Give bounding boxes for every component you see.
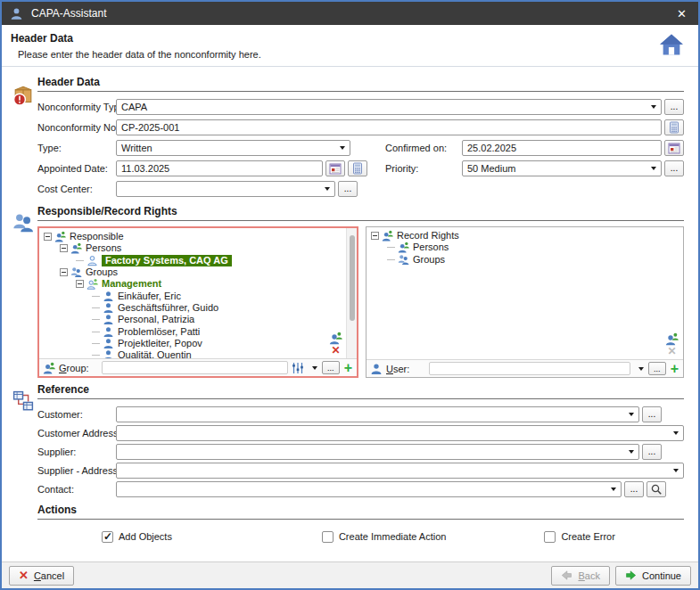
nonconformity-type-select[interactable]: CAPA xyxy=(116,99,662,115)
home-icon[interactable] xyxy=(659,33,684,56)
confirmed-on-calendar-button[interactable] xyxy=(664,140,684,156)
supplier-label: Supplier: xyxy=(37,447,116,457)
tree-node-member[interactable]: Geschäftsführer, Guido xyxy=(42,302,346,314)
add-group-icon[interactable]: + xyxy=(343,362,353,374)
add-person-icon[interactable] xyxy=(329,332,342,345)
user-select[interactable] xyxy=(429,362,630,375)
appointed-date-calendar-button[interactable] xyxy=(325,160,345,176)
group-select[interactable] xyxy=(102,361,288,374)
confirmed-on-label: Confirmed on: xyxy=(385,143,462,153)
collapse-icon[interactable] xyxy=(44,233,52,241)
dropdown-arrow-icon xyxy=(629,413,634,416)
person-outline-icon xyxy=(86,255,98,266)
contact-search-button[interactable] xyxy=(646,481,666,497)
dropdown-arrow-icon xyxy=(638,367,644,371)
section-title-reference: Reference xyxy=(37,378,684,399)
person-green-icon xyxy=(43,362,55,374)
window-title: CAPA-Assistant xyxy=(31,7,106,20)
collapse-icon[interactable] xyxy=(60,244,68,252)
group-more-button[interactable]: ... xyxy=(322,361,340,374)
supplier-more-button[interactable]: ... xyxy=(642,444,662,460)
tree-node-record-rights[interactable]: Record Rights xyxy=(369,230,683,242)
tree-node-factory-systems[interactable]: Factory Systems, CAQ AG xyxy=(42,255,346,266)
actions-checkbox-row: Add Objects Create Immediate Action Crea… xyxy=(37,525,684,548)
cost-center-select[interactable] xyxy=(116,181,335,197)
nonconformity-type-row: Nonconformity Type: CAPA ... xyxy=(37,97,684,116)
close-icon[interactable]: ✕ xyxy=(673,7,690,20)
tree-node-persons[interactable]: Persons xyxy=(42,242,346,254)
nonconformity-type-more-button[interactable]: ... xyxy=(664,99,684,115)
nonconformity-type-label: Nonconformity Type: xyxy=(37,102,116,112)
nonconformity-no-input[interactable]: CP-2025-001 xyxy=(116,119,662,135)
tree-node-groups[interactable]: Groups xyxy=(42,266,346,278)
add-user-icon[interactable]: + xyxy=(670,363,679,375)
group-label: Group: xyxy=(59,363,98,373)
tree-node-member[interactable]: Einkäufer, Eric xyxy=(42,290,346,301)
section-title-actions: Actions xyxy=(37,498,684,520)
checkbox-label: Add Objects xyxy=(119,531,172,542)
tree-node-groups[interactable]: Groups xyxy=(369,254,683,266)
supplier-address-row: Supplier - Address: xyxy=(37,461,684,479)
person-icon xyxy=(103,349,114,358)
nonconformity-no-row: Nonconformity No.: CP-2025-001 xyxy=(37,118,684,136)
contact-label: Contact: xyxy=(37,484,116,495)
responsible-users-icon xyxy=(12,212,34,234)
tree-node-member[interactable]: Problemlöser, Patti xyxy=(42,325,346,337)
tree-scrollbar[interactable] xyxy=(346,228,357,358)
priority-more-button[interactable]: ... xyxy=(664,160,684,176)
group-dropdown-button[interactable] xyxy=(308,366,318,370)
dialog-button-bar: ✕ Cancel Back Continue xyxy=(2,561,698,588)
customer-more-button[interactable]: ... xyxy=(642,406,662,422)
add-person-icon[interactable] xyxy=(665,332,679,346)
contact-select[interactable] xyxy=(116,481,622,497)
checkbox-create-error[interactable]: Create Error xyxy=(544,531,615,543)
cost-center-more-button[interactable]: ... xyxy=(338,181,358,197)
customer-row: Customer: ... xyxy=(37,405,684,423)
supplier-row: Supplier: ... xyxy=(37,442,684,461)
collapse-icon[interactable] xyxy=(371,232,379,240)
cost-center-label: Cost Center: xyxy=(37,184,116,194)
nonconformity-no-calculator-button[interactable] xyxy=(664,119,684,135)
appointed-date-input[interactable]: 11.03.2025 xyxy=(116,160,323,176)
dropdown-arrow-icon xyxy=(673,469,679,472)
customer-address-select[interactable] xyxy=(116,425,684,441)
responsible-section: Responsible/Record Rights Responsible xyxy=(9,200,684,378)
appointed-date-calculator-button[interactable] xyxy=(348,160,367,176)
supplier-select[interactable] xyxy=(116,444,639,460)
customer-select[interactable] xyxy=(116,406,639,422)
person-green-icon xyxy=(70,242,82,254)
supplier-address-label: Supplier - Address: xyxy=(37,465,116,476)
collapse-icon[interactable] xyxy=(76,280,84,288)
checkbox-box[interactable] xyxy=(322,531,334,543)
tree-node-member[interactable]: Projektleiter, Popov xyxy=(42,338,346,349)
tree-node-member[interactable]: Personal, Patrizia xyxy=(42,314,346,325)
type-select[interactable]: Written xyxy=(116,140,350,156)
scrollbar-thumb[interactable] xyxy=(350,235,355,321)
reference-section: Reference Customer: ... Customer Address… xyxy=(9,378,684,498)
checkbox-label: Create Immediate Action xyxy=(339,531,446,542)
user-more-button[interactable]: ... xyxy=(648,362,666,375)
contact-more-button[interactable]: ... xyxy=(624,481,644,497)
remove-icon[interactable]: ✕ xyxy=(331,345,340,356)
cancel-button[interactable]: ✕ Cancel xyxy=(9,566,74,586)
checkbox-add-objects[interactable]: Add Objects xyxy=(102,531,172,543)
tree-node-management[interactable]: Management xyxy=(42,278,346,290)
tree-node-member[interactable]: Qualität, Quentin xyxy=(42,349,346,358)
tree-node-persons[interactable]: Persons xyxy=(369,242,683,253)
continue-button[interactable]: Continue xyxy=(615,566,691,586)
group-picker-row: Group: ... + xyxy=(39,358,357,376)
dropdown-arrow-icon xyxy=(651,105,656,109)
appointed-priority-row: Appointed Date: 11.03.2025 Priority: 50 … xyxy=(37,159,684,177)
type-confirmed-row: Type: Written Confirmed on: 25.02.2025 xyxy=(37,138,684,157)
collapse-icon[interactable] xyxy=(60,268,68,276)
tree-node-responsible[interactable]: Responsible xyxy=(42,231,346,242)
supplier-address-select[interactable] xyxy=(116,463,684,479)
user-dropdown-button[interactable] xyxy=(634,367,645,371)
filter-icon[interactable] xyxy=(292,362,304,374)
checkbox-create-immediate-action[interactable]: Create Immediate Action xyxy=(322,531,446,543)
checkbox-box[interactable] xyxy=(544,531,556,543)
appointed-date-label: Appointed Date: xyxy=(37,163,116,174)
priority-select[interactable]: 50 Medium xyxy=(462,160,662,176)
confirmed-on-input[interactable]: 25.02.2025 xyxy=(462,140,662,156)
checkbox-box[interactable] xyxy=(102,531,113,543)
